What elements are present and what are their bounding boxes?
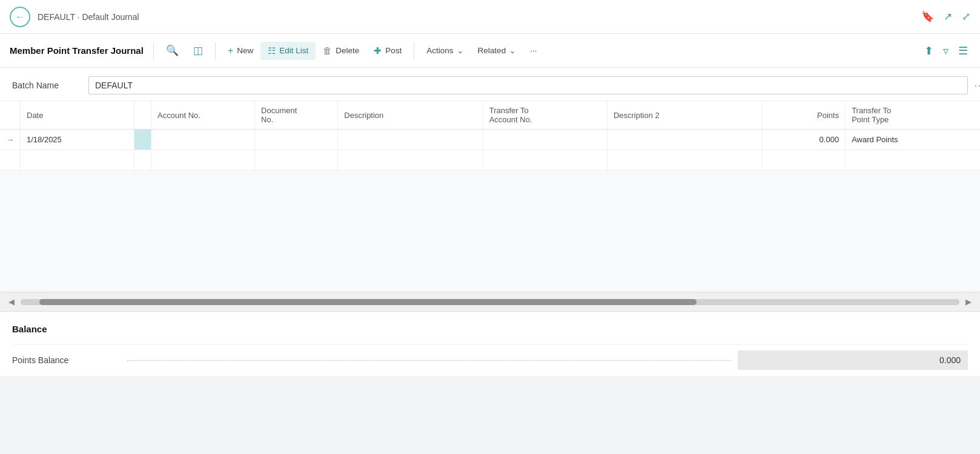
share-icon[interactable]: ⬆ [922,42,936,60]
back-button[interactable]: ← [10,7,30,27]
table-cell-arrow[interactable]: → [0,130,21,150]
edit-list-button[interactable]: ☷ Edit List [260,42,316,60]
table-row[interactable] [0,150,980,171]
col-header-doc-no: DocumentNo. [255,101,338,130]
col-header-description: Description [338,101,483,130]
search-button[interactable]: 🔍 [159,41,186,61]
post-icon: ✚ [374,45,382,56]
breadcrumb-text: DEFAULT · Default Journal [38,12,914,22]
col-header-account-no: Account No. [151,101,255,130]
page-title: Member Point Transfer Journal [10,45,144,56]
journal-table-wrap: Date Account No. DocumentNo. Description… [0,101,980,171]
expand-icon: ◫ [193,44,203,57]
table-cell-arrow[interactable] [0,150,21,171]
col-header-arrow [0,101,21,130]
col-header-points: Points [763,101,846,130]
new-button[interactable]: + New [220,42,260,60]
table-cell-description2[interactable] [607,130,762,150]
post-button[interactable]: ✚ Post [366,42,409,60]
col-header-transfer-to-point-type: Transfer ToPoint Type [846,101,980,130]
col-header-description2: Description 2 [607,101,762,130]
balance-row-points: Points Balance 0.000 [12,344,968,376]
filter-icon[interactable]: ▿ [941,42,951,60]
separator-3 [414,42,414,59]
table-cell-accent[interactable] [134,130,151,150]
table-cell-accent[interactable] [134,150,151,171]
actions-button[interactable]: Actions ⌄ [419,42,470,59]
dotted-line [127,360,732,361]
batch-name-input[interactable] [88,76,968,94]
journal-table: Date Account No. DocumentNo. Description… [0,101,980,171]
separator-1 [153,42,154,59]
table-cell-transfer_to_point_type[interactable] [846,150,980,171]
table-cell-transfer_to_account_no[interactable] [483,150,607,171]
scrollbar-track[interactable] [21,299,959,305]
horizontal-scrollbar[interactable]: ◀ ▶ [0,292,980,312]
batch-name-row: Batch Name ⋯ [0,68,980,101]
points-balance-label: Points Balance [12,355,121,365]
balance-title: Balance [12,324,968,334]
delete-button[interactable]: 🗑 Delete [316,42,366,59]
table-cell-transfer_to_point_type[interactable]: Award Points [846,130,980,150]
search-icon: 🔍 [166,44,179,57]
table-cell-points[interactable]: 0.000 [763,130,846,150]
table-cell-doc_no[interactable] [255,150,338,171]
batch-input-wrap: ⋯ [88,76,968,94]
list-view-icon[interactable]: ☰ [956,42,970,60]
related-chevron-icon: ⌄ [509,47,515,55]
edit-list-icon: ☷ [268,45,276,56]
table-cell-date[interactable] [21,150,134,171]
table-cell-transfer_to_account_no[interactable] [483,130,607,150]
table-body: →1/18/20250.000Award Points [0,130,980,171]
collapse-icon[interactable]: ⤢ [962,10,970,23]
actions-chevron-icon: ⌄ [457,47,463,55]
plus-icon: + [228,45,233,56]
table-cell-points[interactable] [763,150,846,171]
table-cell-description[interactable] [338,130,483,150]
more-button[interactable]: ··· [523,42,544,59]
scrollbar-thumb [39,299,697,305]
balance-section: Balance Points Balance 0.000 [0,312,980,376]
table-header-row: Date Account No. DocumentNo. Description… [0,101,980,130]
batch-more-icon[interactable]: ⋯ [974,79,980,92]
toolbar: Member Point Transfer Journal 🔍 ◫ + New … [0,34,980,68]
table-row[interactable]: →1/18/20250.000Award Points [0,130,980,150]
toolbar-right: ⬆ ▿ ☰ [922,42,970,60]
table-cell-description2[interactable] [607,150,762,171]
table-cell-account_no[interactable] [151,150,255,171]
delete-icon: 🗑 [323,45,332,56]
col-header-accent [134,101,151,130]
table-cell-date[interactable]: 1/18/2025 [21,130,134,150]
expand-button[interactable]: ◫ [186,41,210,61]
col-header-transfer-to-account-no: Transfer ToAccount No. [483,101,607,130]
scroll-right-arrow[interactable]: ▶ [963,296,974,308]
separator-2 [215,42,216,59]
empty-table-area [0,171,980,292]
table-cell-doc_no[interactable] [255,130,338,150]
open-new-window-icon[interactable]: ↗ [944,10,952,23]
related-button[interactable]: Related ⌄ [471,42,523,59]
table-cell-account_no[interactable] [151,130,255,150]
bookmark-icon[interactable]: 🔖 [921,10,934,23]
table-cell-description[interactable] [338,150,483,171]
main-content: Batch Name ⋯ Date Account No. DocumentNo… [0,68,980,376]
col-header-date: Date [21,101,134,130]
top-bar-icons: 🔖 ↗ ⤢ [921,10,970,23]
top-bar: ← DEFAULT · Default Journal 🔖 ↗ ⤢ [0,0,980,34]
batch-name-label: Batch Name [12,81,79,90]
scroll-left-arrow[interactable]: ◀ [6,296,17,308]
points-balance-value: 0.000 [738,350,968,370]
